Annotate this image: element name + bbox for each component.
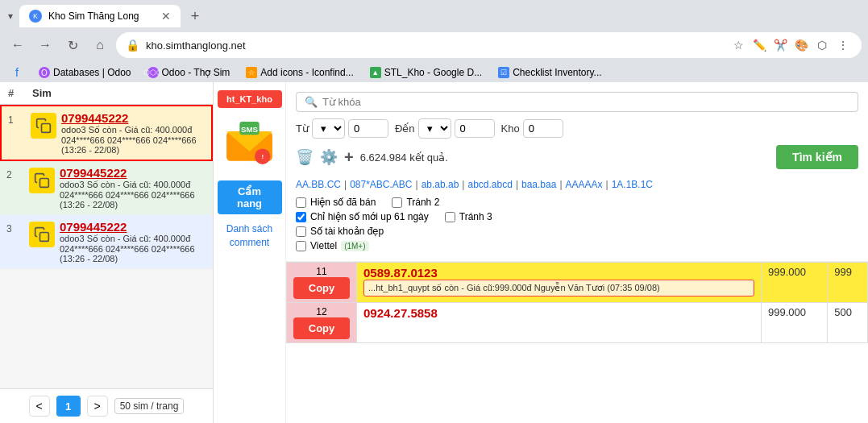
- quick-link-3[interactable]: ab.ab.ab: [422, 179, 459, 190]
- viettel-badge: (1M+): [341, 241, 368, 251]
- filter-check-new-input[interactable]: [296, 212, 306, 222]
- quick-link-2[interactable]: 087*ABC.ABC: [350, 179, 412, 190]
- filter-check-viettel-input[interactable]: [296, 241, 306, 251]
- filter-checkboxes: Hiện số đã bán Tránh 2 Chỉ hiện số mới u…: [296, 197, 858, 251]
- bookmark-checklist[interactable]: ☑ Checklist Inventory...: [493, 65, 606, 80]
- add-icon[interactable]: +: [344, 148, 354, 167]
- quick-link-5[interactable]: baa.baa: [521, 179, 556, 190]
- checklist-icon: ☑: [498, 67, 509, 78]
- tab-title: Kho Sim Thăng Long: [48, 10, 155, 22]
- sep-3: |: [462, 179, 464, 190]
- bookmark-gdrive-label: STL_Kho - Google D...: [384, 67, 482, 78]
- filter-kho-label: Kho: [501, 122, 520, 135]
- filter-check-viettel[interactable]: Viettel (1M+): [296, 240, 369, 251]
- filter-to-input[interactable]: [455, 119, 495, 138]
- filter-check-new[interactable]: Chỉ hiện số mới up 61 ngày: [296, 211, 429, 222]
- pagination: < 1 > 50 sim / trang: [0, 388, 213, 423]
- row-11-price2-cell: 999: [828, 263, 868, 303]
- bookmark-odoo-db[interactable]: O Databases | Odoo: [34, 65, 136, 80]
- filter-to-select[interactable]: ▾: [418, 118, 451, 139]
- url-display: kho.simthanglong.net: [146, 39, 723, 52]
- filter-to: Đến ▾: [395, 118, 495, 139]
- prev-page-btn[interactable]: <: [29, 396, 50, 417]
- forward-btn[interactable]: →: [34, 34, 56, 56]
- col-hash: #: [8, 87, 24, 99]
- filter-check-sold[interactable]: Hiện số đã bán: [296, 197, 376, 208]
- cam-nang-btn[interactable]: Cẩm nang: [218, 180, 282, 214]
- row-11-id: 11: [293, 266, 350, 277]
- right-panel: 🔍 Từ ▾ Đến ▾ Kho: [286, 82, 868, 423]
- sim-num-2: 2: [6, 166, 24, 180]
- extension-icon-1[interactable]: ✏️: [750, 36, 768, 54]
- ht-kt-btn[interactable]: ht_KT_kho: [218, 90, 282, 108]
- filter-check-new-label: Chỉ hiện số mới up 61 ngày: [310, 211, 429, 222]
- filter-check-sold-input[interactable]: [296, 197, 306, 208]
- svg-rect-1: [40, 179, 49, 188]
- quick-link-1[interactable]: AA.BB.CC: [296, 179, 341, 190]
- bookmark-gdrive[interactable]: ▲ STL_Kho - Google D...: [365, 65, 487, 80]
- results-area: 11 Copy 0589.87.0123 ...ht_bh1_quypt số …: [286, 262, 868, 423]
- extension-icon-2[interactable]: ✂️: [771, 36, 789, 54]
- bookmark-checklist-label: Checklist Inventory...: [513, 67, 601, 78]
- result-count: 6.624.984 kết quả.: [360, 151, 770, 164]
- filter-row-1: Hiện số đã bán Tránh 2: [296, 197, 858, 208]
- search-input-wrap[interactable]: 🔍: [296, 92, 858, 112]
- bookmark-odoo-sim[interactable]: ⬡⬡⬡ Odoo - Thợ Sim: [143, 65, 235, 80]
- filter-from-select[interactable]: ▾: [312, 118, 345, 139]
- next-page-btn[interactable]: >: [87, 396, 108, 417]
- filter-check-account[interactable]: Số tài khoản đẹp: [296, 226, 384, 237]
- table-row-11: 11 Copy 0589.87.0123 ...ht_bh1_quypt số …: [287, 263, 868, 303]
- tab-bar: ▾ K Kho Sim Thăng Long ✕ +: [0, 0, 868, 27]
- filter-check-tranh3[interactable]: Tránh 3: [445, 211, 492, 222]
- search-btn[interactable]: Tìm kiếm: [776, 145, 858, 169]
- quick-link-4[interactable]: abcd.abcd: [467, 179, 512, 190]
- filter-row-3: Số tài khoản đẹp: [296, 226, 858, 237]
- row-11-note: ...ht_bh1_quypt số còn - Giá cũ:999.000đ…: [363, 280, 754, 297]
- bookmarks-bar: f O Databases | Odoo ⬡⬡⬡ Odoo - Thợ Sim …: [0, 63, 868, 82]
- back-btn[interactable]: ←: [6, 34, 29, 56]
- sms-icon-wrap: SMS !: [222, 116, 278, 172]
- bookmark-facebook[interactable]: f: [6, 65, 27, 80]
- tab-close-btn[interactable]: ✕: [161, 10, 171, 23]
- sim-copy-btn-1[interactable]: [31, 113, 56, 139]
- star-icon[interactable]: ☆: [729, 36, 747, 54]
- sim-detail-2: odoo3 Số còn - Giá cũ: 400.000đ 024****6…: [60, 180, 206, 209]
- copy-btn-12[interactable]: Copy: [293, 317, 350, 339]
- filter-kho-input[interactable]: [523, 119, 563, 138]
- current-page: 1: [56, 396, 81, 417]
- quick-link-6[interactable]: AAAAAx: [566, 179, 603, 190]
- row-11-id-cell: 11 Copy: [287, 263, 357, 303]
- quick-link-7[interactable]: 1A.1B.1C: [612, 179, 653, 190]
- filter-check-tranh2[interactable]: Tránh 2: [392, 197, 439, 208]
- reload-btn[interactable]: ↻: [61, 34, 84, 56]
- tab-arrow[interactable]: ▾: [5, 7, 16, 25]
- svg-text:SMS: SMS: [241, 125, 259, 134]
- results-table-wrap: 11 Copy 0589.87.0123 ...ht_bh1_quypt số …: [286, 262, 868, 423]
- page-size-select[interactable]: 50 sim / trang: [114, 398, 185, 414]
- filter-from-input[interactable]: [348, 119, 388, 138]
- extension-icon-3[interactable]: 🎨: [792, 36, 810, 54]
- more-btn[interactable]: ⋮: [834, 36, 852, 54]
- sim-copy-btn-3[interactable]: [29, 222, 55, 247]
- sim-copy-btn-2[interactable]: [29, 168, 55, 193]
- filter-check-account-input[interactable]: [296, 226, 306, 237]
- bookmark-iconfind-label: Add icons - Iconfind...: [260, 67, 353, 78]
- settings-icon[interactable]: ⚙️: [320, 148, 338, 166]
- sim-list: 1 0799445222 odoo3 Số còn - Giá cũ: 400.…: [0, 105, 213, 388]
- extension-icon-4[interactable]: ⬡: [813, 36, 831, 54]
- search-input[interactable]: [322, 96, 849, 108]
- active-tab[interactable]: K Kho Sim Thăng Long ✕: [19, 5, 181, 27]
- new-tab-btn[interactable]: +: [184, 5, 206, 27]
- copy-btn-11[interactable]: Copy: [293, 277, 350, 299]
- address-bar[interactable]: 🔒 kho.simthanglong.net ☆ ✏️ ✂️ 🎨 ⬡ ⋮: [116, 32, 862, 58]
- bookmark-iconfind[interactable]: ☆ Add icons - Iconfind...: [241, 65, 358, 80]
- danh-sach-link[interactable]: Danh sách comment: [218, 222, 280, 250]
- filter-check-tranh2-input[interactable]: [392, 197, 402, 208]
- trash-icon[interactable]: 🗑️: [296, 148, 314, 166]
- filter-from: Từ ▾: [296, 118, 388, 139]
- filter-check-tranh3-input[interactable]: [445, 212, 455, 222]
- quick-links: AA.BB.CC | 087*ABC.ABC | ab.ab.ab | abcd…: [296, 176, 858, 193]
- home-btn[interactable]: ⌂: [89, 34, 111, 56]
- sep-2: |: [416, 179, 418, 190]
- row-11-price: 999.000: [768, 266, 820, 278]
